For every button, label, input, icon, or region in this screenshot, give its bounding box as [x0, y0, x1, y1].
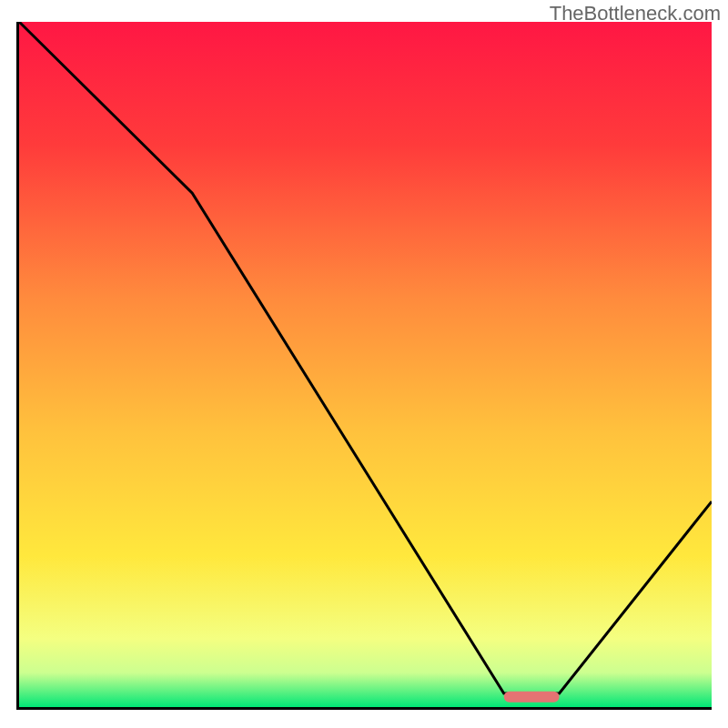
bottleneck-chart [19, 22, 712, 707]
chart-container [16, 22, 712, 710]
watermark-text: TheBottleneck.com [550, 2, 721, 25]
optimal-range-marker [504, 692, 560, 703]
